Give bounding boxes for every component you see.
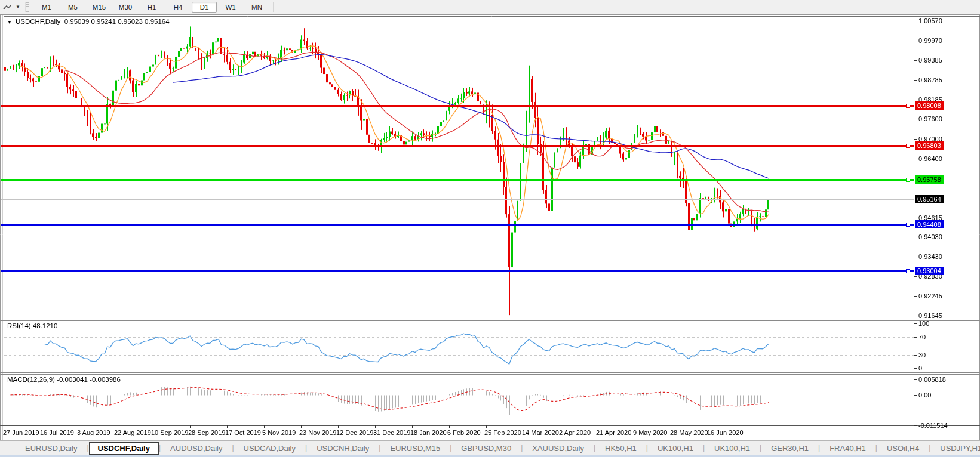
timeframe-button-m5[interactable]: M5: [60, 2, 85, 13]
price-tick-label: 1.00570: [918, 17, 942, 25]
price-tag-label: 0.98008: [915, 101, 944, 110]
tab-fra40-h1[interactable]: FRA40,H1: [820, 443, 875, 454]
price-tag-label: 0.93004: [915, 267, 944, 275]
date-tick-label: 17 Oct 2019: [225, 429, 261, 436]
date-tick-label: 25 Feb 2020: [484, 429, 521, 436]
tab-xauusd-daily[interactable]: XAUUSD,Daily: [523, 443, 594, 454]
price-tick-label: 0.96400: [918, 155, 942, 163]
macd-tick-label: 0.005818: [918, 376, 946, 384]
mt4-window: ▼ M1M5M15M30H1H4D1W1MN ▼USDCHF,Daily 0.9…: [0, 0, 980, 457]
timeframes-toolbar-icon[interactable]: [1, 2, 14, 13]
timeframe-button-d1[interactable]: D1: [192, 2, 217, 13]
tab-usdjpy-h1[interactable]: USDJPY,H1: [930, 443, 980, 454]
tab-usdcad-daily[interactable]: USDCAD,Daily: [234, 443, 305, 454]
chart-title: ▼USDCHF,Daily 0.95039 0.95241 0.95023 0.…: [7, 18, 170, 25]
price-tick-label: 0.99385: [918, 57, 942, 64]
price-tick-label: 0.91645: [918, 312, 942, 320]
chart-canvas[interactable]: [0, 0, 980, 457]
toolbar-separator: [273, 2, 274, 12]
tab-ger30-h1[interactable]: GER30,H1: [761, 443, 818, 454]
tab-uk100-h1[interactable]: UK100,H1: [705, 443, 760, 454]
timeframe-button-m30[interactable]: M30: [113, 2, 138, 13]
toolbar-grip[interactable]: [25, 2, 29, 12]
chart-tab-bar: EURUSD,Daily|USDCHF,Daily|AUDUSD,Daily|U…: [0, 440, 980, 455]
price-tick-label: 0.94030: [918, 233, 942, 241]
quote-close: 0.95164: [145, 18, 170, 25]
date-tick-label: 28 May 2020: [670, 429, 708, 436]
rsi-indicator-label: RSI(14) 48.1210: [7, 322, 57, 329]
date-tick-label: 22 Aug 2019: [114, 429, 151, 436]
chart-context-dropdown-icon[interactable]: ▼: [7, 20, 12, 25]
timeframes-toolbar: ▼ M1M5M15M30H1H4D1W1MN: [0, 0, 980, 14]
date-tick-label: 21 Apr 2020: [596, 429, 631, 436]
price-tick-label: 0.98785: [918, 76, 942, 84]
quote-high: 0.95241: [91, 18, 116, 25]
timeframe-button-m1[interactable]: M1: [34, 2, 59, 13]
price-tag-label: 0.94408: [915, 220, 944, 229]
tab-usdcnh-daily[interactable]: USDCNH,Daily: [307, 443, 379, 454]
date-tick-label: 3 Aug 2019: [77, 429, 110, 436]
tab-eurusd-daily[interactable]: EURUSD,Daily: [16, 443, 87, 454]
quote-low: 0.95023: [118, 18, 143, 25]
date-tick-label: 10 Sep 2019: [151, 429, 188, 436]
tab-gbpusd-m30[interactable]: GBPUSD,M30: [451, 443, 521, 454]
timeframe-button-h4[interactable]: H4: [165, 2, 191, 13]
date-tick-label: 18 Jan 2020: [410, 429, 447, 436]
tab-uk100-h1[interactable]: UK100,H1: [648, 443, 703, 454]
price-tag-label: 0.96803: [915, 141, 944, 150]
date-tick-label: 27 Jun 2019: [3, 429, 39, 436]
price-tick-label: 0.97600: [918, 115, 942, 123]
date-tick-label: 14 Mar 2020: [522, 429, 559, 436]
tab-eurusd-m15[interactable]: EURUSD,M15: [380, 443, 450, 454]
date-tick-label: 28 Sep 2019: [188, 429, 225, 436]
price-tag-label: 0.95164: [915, 195, 944, 203]
price-tick-label: 0.93430: [918, 253, 942, 261]
timeframe-button-m15[interactable]: M15: [87, 2, 112, 13]
timeframe-button-mn[interactable]: MN: [244, 2, 269, 13]
tab-usdchf-daily[interactable]: USDCHF,Daily: [89, 442, 159, 455]
date-tick-label: 9 May 2020: [633, 429, 667, 436]
rsi-tick-label: 100: [918, 320, 929, 328]
timeframe-button-h1[interactable]: H1: [139, 2, 164, 13]
macd-tick-label: 0.00: [918, 391, 931, 399]
date-tick-label: 2 Apr 2020: [559, 429, 591, 436]
date-tick-label: 5 Nov 2019: [262, 429, 296, 436]
macd-tick-label: -0.011514: [918, 422, 948, 430]
toolbar-dropdown-caret[interactable]: ▼: [14, 4, 21, 10]
rsi-tick-label: 30: [918, 351, 926, 359]
price-tag-label: 0.95758: [915, 175, 944, 184]
date-tick-label: 6 Feb 2020: [447, 429, 481, 436]
date-tick-label: 16 Jul 2019: [40, 429, 74, 436]
rsi-tick-label: 70: [918, 334, 926, 341]
date-tick-label: 12 Dec 2019: [336, 429, 373, 436]
date-tick-label: 16 Jun 2020: [707, 429, 744, 436]
date-tick-label: 23 Nov 2019: [299, 429, 336, 436]
date-tick-label: 31 Dec 2019: [373, 429, 410, 436]
price-tick-label: 0.92245: [918, 292, 942, 300]
tab-audusd-daily[interactable]: AUDUSD,Daily: [161, 443, 232, 454]
quote-open: 0.95039: [64, 18, 90, 25]
rsi-tick-label: 0: [918, 365, 922, 372]
price-tick-label: 0.99970: [918, 37, 942, 45]
chart-symbol-label: USDCHF,Daily: [16, 18, 60, 25]
tab-usoil-h4[interactable]: USOil,H4: [877, 443, 929, 454]
tab-hk50-h1[interactable]: HK50,H1: [595, 443, 646, 454]
macd-indicator-label: MACD(12,26,9) -0.003041 -0.003986: [7, 376, 121, 383]
timeframe-button-w1[interactable]: W1: [218, 2, 243, 13]
